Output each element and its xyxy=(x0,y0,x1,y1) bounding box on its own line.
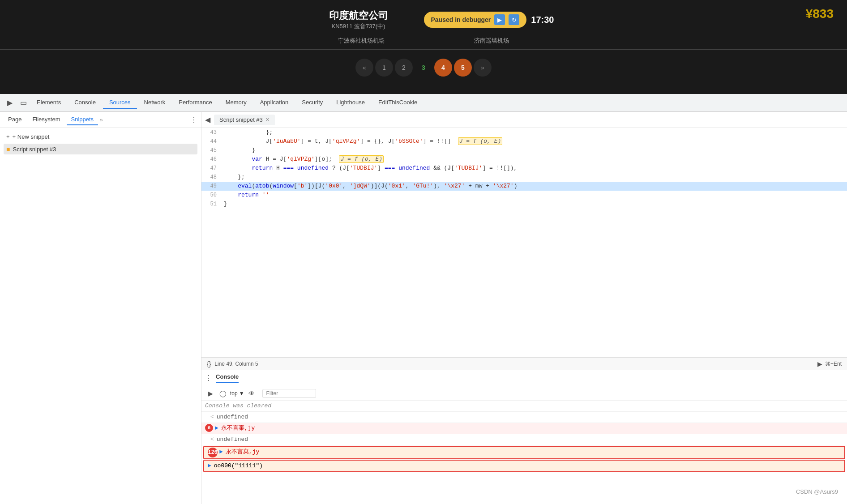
debugger-label: Paused in debugger xyxy=(431,16,491,23)
divider-line xyxy=(0,49,847,50)
console-context-selector[interactable]: top ▼ xyxy=(230,390,244,397)
csdn-watermark: CSDN @Asurs9 xyxy=(796,488,838,495)
devtools-body: Page Filesystem Snippets » ⋮ + + New sni… xyxy=(0,112,847,504)
sources-tab-filesystem[interactable]: Filesystem xyxy=(28,114,64,125)
editor-active-tab[interactable]: Script snippet #3 ✕ xyxy=(214,115,275,125)
page-3-button[interactable]: 3 xyxy=(415,59,432,77)
status-right: ▶ ⌘+Ent xyxy=(817,360,842,367)
code-line-49: 49 eval(atob(window['b'])[J('0x0', ']dQW… xyxy=(201,182,847,191)
line-content-50: return '' xyxy=(224,191,847,200)
code-line-47: 47 return H === undefined ? (J['TUDBIJ']… xyxy=(201,164,847,173)
code-line-50: 50 return '' xyxy=(201,191,847,200)
editor-tab-label: Script snippet #3 xyxy=(219,116,263,123)
snippet-file-icon: ■ xyxy=(6,145,10,153)
tab-application[interactable]: Application xyxy=(254,96,295,109)
line-content-49: eval(atob(window['b'])[J('0x0', ']dQW')]… xyxy=(224,182,847,191)
tab-sources[interactable]: Sources xyxy=(103,96,137,109)
tab-performance[interactable]: Performance xyxy=(172,96,218,109)
new-snippet-button[interactable]: + + New snippet xyxy=(4,132,197,142)
line-content-48: }; xyxy=(224,173,847,182)
tab-console[interactable]: Console xyxy=(68,96,102,109)
airport-from: 宁波栎社机场机场 xyxy=(338,37,385,45)
code-editor[interactable]: 43 }; 44 J['luAabU'] = t, J['qlVPZg'] = … xyxy=(201,128,847,357)
console-output-undefined-2: undefined xyxy=(217,435,248,444)
inspect-icon-button[interactable]: ▶ xyxy=(4,97,16,109)
device-icon-button[interactable]: ▭ xyxy=(17,97,30,109)
sources-nav-menu-button[interactable]: ⋮ xyxy=(190,115,197,124)
tab-memory[interactable]: Memory xyxy=(219,96,253,109)
page-next-button[interactable]: » xyxy=(474,59,492,77)
pagination: « 1 2 3 4 5 » xyxy=(355,59,492,77)
sources-left-panel: Page Filesystem Snippets » ⋮ + + New sni… xyxy=(0,112,201,504)
code-line-45: 45 } xyxy=(201,146,847,155)
arrow-right-icon-4[interactable]: ► xyxy=(208,461,211,470)
console-row-error-6: 6 ► 永不言棄,jy xyxy=(201,423,847,434)
format-button[interactable]: {} xyxy=(207,360,211,367)
flight-time: 17:30 xyxy=(531,15,554,25)
airport-to: 济南遥墙机场 xyxy=(474,37,509,45)
code-line-48: 48 }; xyxy=(201,173,847,182)
console-input-text: oo000("11111") xyxy=(214,461,263,470)
error-badge-6: 6 xyxy=(205,424,213,432)
console-menu-button[interactable]: ⋮ xyxy=(205,374,212,382)
new-snippet-label: + New snippet xyxy=(13,133,50,140)
page-prev-button[interactable]: « xyxy=(355,59,373,77)
code-line-51: 51 } xyxy=(201,200,847,209)
app-bar: 印度航空公司 KN5911 波音737(中) Paused in debugge… xyxy=(0,0,847,94)
console-filter-input[interactable] xyxy=(262,389,316,398)
price-tag: ¥833 xyxy=(806,7,834,21)
editor-status-bar: {} Line 49, Column 5 ▶ ⌘+Ent xyxy=(201,357,847,370)
sources-tab-page[interactable]: Page xyxy=(4,114,26,125)
devtools-panel: ▶ ▭ Elements Console Sources Network Per… xyxy=(0,94,847,504)
line-number-49: 49 xyxy=(201,182,224,191)
arrow-left-icon-1: < xyxy=(210,413,214,422)
console-output-undefined-1: undefined xyxy=(217,413,248,422)
sources-tab-snippets[interactable]: Snippets xyxy=(67,114,98,125)
sources-content: + + New snippet ■ Script snippet #3 xyxy=(0,128,201,504)
console-eye-button[interactable]: 👁 xyxy=(246,388,257,399)
airport-info: 宁波栎社机场机场 济南遥墙机场 xyxy=(338,37,509,45)
tab-elements[interactable]: Elements xyxy=(30,96,67,109)
page-5-button[interactable]: 5 xyxy=(454,59,472,77)
sources-nav: Page Filesystem Snippets » ⋮ xyxy=(0,112,201,128)
debugger-play-button[interactable]: ▶ xyxy=(494,14,505,25)
tab-lighthouse[interactable]: Lighthouse xyxy=(330,96,371,109)
console-block-button[interactable]: ◯ xyxy=(218,388,228,399)
arrow-left-icon-2: < xyxy=(210,435,214,444)
console-row-cleared: Console was cleared xyxy=(201,401,847,412)
page-1-button[interactable]: 1 xyxy=(375,59,393,77)
page-4-button[interactable]: 4 xyxy=(434,59,452,77)
code-line-44: 44 J['luAabU'] = t, J['qlVPZg'] = {}, J[… xyxy=(201,137,847,146)
chevron-down-icon: ▼ xyxy=(239,390,244,397)
console-row-error-126: 126 ► 永不言棄,jy xyxy=(203,446,845,459)
tab-network[interactable]: Network xyxy=(138,96,172,109)
debugger-refresh-button[interactable]: ↻ xyxy=(509,14,519,25)
cleared-text: Console was cleared xyxy=(205,401,271,410)
code-line-43: 43 }; xyxy=(201,128,847,137)
console-panel: ⋮ Console ▶ ◯ top ▼ 👁 Console w xyxy=(201,370,847,504)
run-snippet-button[interactable]: ▶ xyxy=(817,360,822,367)
line-content-46: var H = J['qlVPZg'][o]; J = f (o, E) xyxy=(224,155,847,164)
snippet-item[interactable]: ■ Script snippet #3 xyxy=(4,144,197,154)
plus-icon: + xyxy=(6,133,10,140)
arrow-right-icon-3[interactable]: ► xyxy=(219,448,223,457)
tab-security[interactable]: Security xyxy=(295,96,329,109)
line-number-45: 45 xyxy=(201,146,224,155)
editor-close-icon[interactable]: ✕ xyxy=(265,117,270,123)
arrow-right-icon-2[interactable]: ► xyxy=(215,424,218,433)
line-number-43: 43 xyxy=(201,128,224,137)
run-shortcut: ⌘+Ent xyxy=(825,361,842,367)
console-header: ⋮ Console xyxy=(201,370,847,386)
line-number-47: 47 xyxy=(201,164,224,173)
page-2-button[interactable]: 2 xyxy=(395,59,413,77)
devtools-tabs: ▶ ▭ Elements Console Sources Network Per… xyxy=(0,94,847,112)
tab-editthiscookie[interactable]: EditThisCookie xyxy=(372,96,424,109)
flight-info: 印度航空公司 KN5911 波音737(中) Paused in debugge… xyxy=(0,4,847,35)
debugger-bar: Paused in debugger ▶ ↻ xyxy=(424,12,527,28)
line-content-44: J['luAabU'] = t, J['qlVPZg'] = {}, J['bS… xyxy=(224,137,847,146)
line-number-44: 44 xyxy=(201,137,224,146)
editor-back-button[interactable]: ◀ xyxy=(205,115,210,124)
console-clear-button[interactable]: ▶ xyxy=(205,388,216,399)
sources-nav-more-button[interactable]: » xyxy=(100,117,103,123)
console-content: Console was cleared < undefined 6 ► 永不言棄… xyxy=(201,401,847,504)
